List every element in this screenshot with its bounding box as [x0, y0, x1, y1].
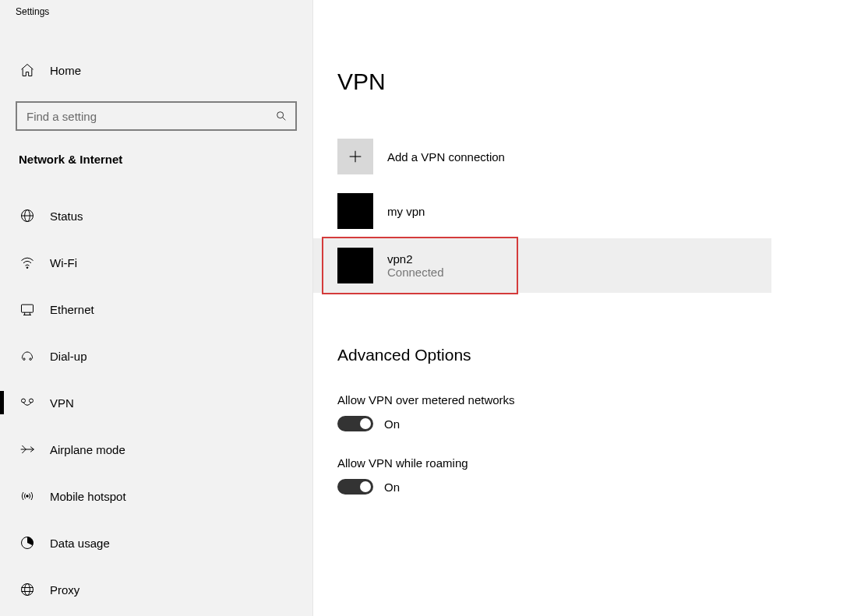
hotspot-icon — [19, 488, 36, 504]
sidebar-item-label: Ethernet — [50, 303, 94, 316]
toggle-row: On — [337, 479, 854, 495]
sidebar-item-airplane[interactable]: Airplane mode — [0, 426, 312, 473]
sidebar-item-label: Airplane mode — [50, 443, 125, 456]
svg-point-25 — [357, 259, 364, 266]
option-label: Allow VPN over metered networks — [337, 393, 854, 407]
toggle-row: On — [337, 416, 854, 431]
svg-point-22 — [347, 205, 354, 212]
airplane-icon — [19, 442, 36, 457]
sidebar-item-label: Proxy — [50, 583, 79, 597]
search-input[interactable] — [17, 110, 267, 123]
home-link[interactable]: Home — [0, 51, 312, 89]
vpn-tile-icon — [337, 193, 373, 229]
vpn-name: my vpn — [387, 205, 425, 218]
sidebar-item-hotspot[interactable]: Mobile hotspot — [0, 473, 312, 519]
svg-point-10 — [23, 358, 25, 361]
svg-point-13 — [30, 399, 34, 403]
sidebar-item-datausage[interactable]: Data usage — [0, 519, 312, 566]
vpn-tile-icon — [337, 248, 373, 283]
sidebar-item-label: Data usage — [50, 537, 110, 550]
search-box[interactable] — [16, 101, 297, 131]
sidebar-item-dialup[interactable]: Dial-up — [0, 333, 312, 379]
app-root: Settings Home Network & Internet Status — [0, 0, 854, 616]
sidebar-item-status[interactable]: Status — [0, 192, 312, 239]
sidebar-item-label: Status — [50, 209, 83, 223]
option-metered: Allow VPN over metered networks On — [313, 385, 854, 431]
window-title: Settings — [0, 0, 312, 23]
add-vpn-label: Add a VPN connection — [387, 150, 505, 164]
svg-line-1 — [283, 118, 286, 121]
vpn-status: Connected — [387, 266, 444, 279]
svg-point-14 — [26, 495, 29, 498]
option-label: Allow VPN while roaming — [337, 456, 854, 470]
svg-point-17 — [25, 584, 30, 596]
option-roaming: Allow VPN while roaming On — [313, 449, 854, 495]
svg-point-23 — [357, 205, 364, 212]
sidebar-item-vpn[interactable]: VPN — [0, 379, 312, 426]
svg-rect-6 — [22, 304, 34, 312]
sidebar-item-label: Mobile hotspot — [50, 490, 126, 503]
svg-point-0 — [277, 112, 284, 118]
sidebar-item-label: Dial-up — [50, 350, 87, 363]
sidebar-item-proxy[interactable]: Proxy — [0, 566, 312, 613]
sidebar-nav: Status Wi-Fi Ethernet Dial-up — [0, 192, 312, 613]
vpn-item-vpn2[interactable]: vpn2 Connected — [313, 238, 771, 293]
sidebar: Settings Home Network & Internet Status — [0, 0, 313, 616]
dialup-icon — [19, 348, 36, 364]
advanced-heading: Advanced Options — [313, 307, 854, 372]
toggle-state: On — [384, 480, 400, 494]
search-icon — [267, 110, 295, 122]
add-vpn-button[interactable]: Add a VPN connection — [313, 129, 854, 184]
page-title: VPN — [313, 16, 854, 114]
vpn-icon — [19, 395, 36, 410]
main-panel: VPN Add a VPN connection my vpn vpn2 Con… — [313, 0, 854, 616]
wifi-icon — [19, 255, 36, 270]
toggle-roaming[interactable] — [337, 479, 373, 495]
svg-point-11 — [30, 358, 32, 361]
svg-point-24 — [347, 259, 354, 266]
vpn-name: vpn2 — [387, 252, 444, 266]
vpn-item-text: my vpn — [387, 205, 425, 218]
toggle-state: On — [384, 417, 400, 431]
datausage-icon — [19, 535, 36, 551]
home-label: Home — [50, 64, 81, 77]
toggle-metered[interactable] — [337, 416, 373, 431]
svg-point-16 — [22, 584, 34, 596]
section-heading: Network & Internet — [0, 131, 312, 180]
sidebar-item-ethernet[interactable]: Ethernet — [0, 286, 312, 333]
svg-point-12 — [22, 399, 26, 403]
sidebar-item-label: VPN — [50, 396, 74, 410]
proxy-icon — [19, 582, 36, 597]
svg-point-5 — [26, 267, 28, 269]
ethernet-icon — [19, 301, 36, 317]
sidebar-item-wifi[interactable]: Wi-Fi — [0, 239, 312, 286]
globe-icon — [19, 208, 36, 224]
sidebar-item-label: Wi-Fi — [50, 256, 77, 269]
home-icon — [19, 62, 36, 78]
vpn-item-myvpn[interactable]: my vpn — [313, 184, 854, 238]
vpn-item-text: vpn2 Connected — [387, 252, 444, 279]
plus-icon — [337, 139, 373, 174]
